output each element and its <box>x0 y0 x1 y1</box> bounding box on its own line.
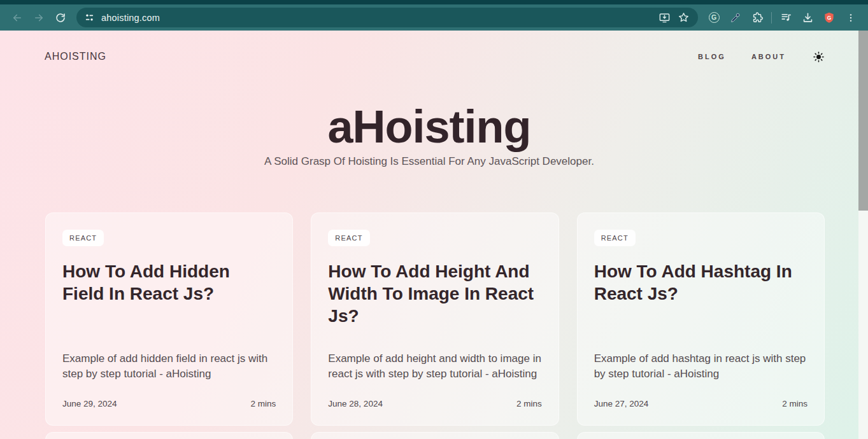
post-title[interactable]: How To Add Hidden Field In React Js? <box>62 260 276 305</box>
post-read-time: 2 mins <box>251 399 276 408</box>
post-title[interactable]: How To Add Hashtag In React Js? <box>594 260 808 305</box>
post-description: Example of add hidden field in react js … <box>62 351 276 382</box>
nav-link-blog[interactable]: BLOG <box>698 53 726 60</box>
post-meta: June 28, 2024 2 mins <box>328 399 541 408</box>
post-description: Example of add hashtag in react js with … <box>594 351 808 382</box>
post-card[interactable]: REACT How To Add Hashtag In React Js? Ex… <box>577 213 825 426</box>
scrollbar-thumb[interactable] <box>858 31 868 211</box>
theme-toggle-sun-icon[interactable] <box>811 50 825 64</box>
back-icon[interactable] <box>6 8 28 28</box>
site-logo[interactable]: AHOISTING <box>45 51 106 62</box>
site-nav: BLOG ABOUT <box>698 50 825 64</box>
post-card[interactable]: REACT How To Add Height And Width To Ima… <box>311 213 559 426</box>
post-date: June 28, 2024 <box>328 399 383 408</box>
post-card[interactable] <box>311 432 559 439</box>
url-text: ahoisting.com <box>101 13 160 23</box>
forward-icon[interactable] <box>28 8 50 28</box>
post-read-time: 2 mins <box>782 399 808 408</box>
post-tag: REACT <box>328 230 369 246</box>
post-meta: June 29, 2024 2 mins <box>62 399 276 408</box>
svg-text:G: G <box>827 14 831 20</box>
hero-title: aHoisting <box>0 103 858 151</box>
post-date: June 29, 2024 <box>62 399 117 408</box>
window-frame <box>0 0 868 4</box>
downloads-icon[interactable] <box>797 8 818 28</box>
hero-subtitle: A Solid Grasp Of Hoisting Is Essential F… <box>0 155 858 168</box>
media-controls-icon[interactable] <box>775 8 797 28</box>
bookmark-star-icon[interactable] <box>674 9 693 27</box>
extensions-puzzle-icon[interactable] <box>746 8 768 28</box>
page-scrollbar[interactable] <box>858 31 868 439</box>
guardio-shield-icon[interactable]: G <box>818 8 840 28</box>
install-app-icon[interactable] <box>655 9 674 27</box>
eyedropper-extension-icon[interactable] <box>725 8 746 28</box>
post-read-time: 2 mins <box>516 399 542 408</box>
page-viewport: AHOISTING BLOG ABOUT aHoisting A Solid G… <box>0 31 858 439</box>
reload-icon[interactable] <box>50 8 71 28</box>
site-info-icon[interactable] <box>84 12 95 23</box>
browser-chrome: ahoisting.com G G <box>0 0 868 31</box>
browser-toolbar: ahoisting.com G G <box>0 4 868 31</box>
post-grid: REACT How To Add Hidden Field In React J… <box>0 213 858 439</box>
browser-menu-icon[interactable] <box>840 8 862 28</box>
post-date: June 27, 2024 <box>594 399 649 408</box>
grammarly-extension-icon[interactable]: G <box>703 8 725 28</box>
address-bar[interactable]: ahoisting.com <box>76 8 698 27</box>
hero: aHoisting A Solid Grasp Of Hoisting Is E… <box>0 103 858 168</box>
post-description: Example of add height and width to image… <box>328 351 541 382</box>
post-meta: June 27, 2024 2 mins <box>594 399 808 408</box>
post-tag: REACT <box>62 230 104 246</box>
post-card[interactable] <box>577 432 825 439</box>
nav-link-about[interactable]: ABOUT <box>751 53 786 60</box>
site-header: AHOISTING BLOG ABOUT <box>0 31 858 64</box>
post-tag: REACT <box>594 230 636 246</box>
post-card[interactable] <box>45 432 293 439</box>
post-card[interactable]: REACT How To Add Hidden Field In React J… <box>45 213 293 426</box>
post-title[interactable]: How To Add Height And Width To Image In … <box>328 260 541 327</box>
toolbar-separator <box>771 12 772 24</box>
